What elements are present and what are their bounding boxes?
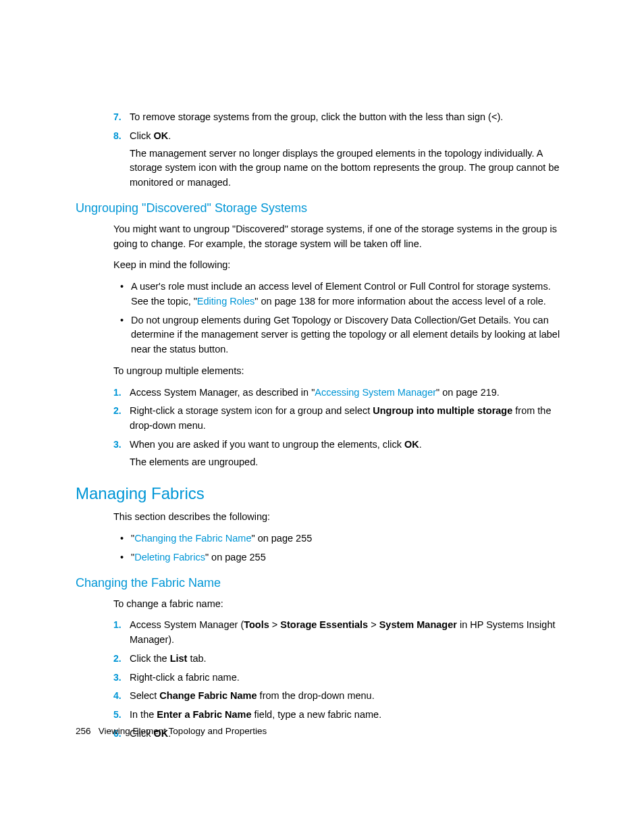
step-4: 4. Select Change Fabric Name from the dr… [113,689,568,704]
bullet-text-b: " on page 255 [251,533,312,544]
bullet-list-fabrics: "Changing the Fabric Name" on page 255 "… [113,531,568,565]
step-number: 2. [113,404,122,418]
link-editing-roles[interactable]: Editing Roles [197,296,254,307]
link-deleting-fabrics[interactable]: Deleting Fabrics [134,552,205,563]
step-number: 8. [113,129,122,143]
bullet-item: Do not ungroup elements during Get Topol… [113,313,568,357]
step-3: 3. Right-click a fabric name. [113,671,568,685]
step-7: 7. To remove storage systems from the gr… [113,110,568,125]
step-paragraph: The elements are ungrouped. [130,455,568,470]
step-1: 1. Access System Manager (Tools > Storag… [113,618,568,648]
step-text-b: field, type a new fabric name. [252,709,382,720]
page-footer: 256 Viewing Element Topology and Propert… [76,726,267,736]
step-list-remove: 7. To remove storage systems from the gr… [113,110,568,190]
step-paragraph: The management server no longer displays… [130,147,568,190]
step-number: 2. [113,652,122,666]
step-number: 3. [113,438,122,452]
step-list-change-fabric: 1. Access System Manager (Tools > Storag… [113,618,568,741]
step-text-b: . [419,439,422,450]
step-text-bold: Ungroup into multiple storage [373,405,512,416]
bullet-text-b: " on page 138 for more information about… [254,296,546,307]
step-text-a: Access System Manager, as described in " [130,387,315,398]
step-number: 7. [113,110,122,124]
step-text: Right-click a fabric name. [130,672,240,683]
step-2: 2. Right-click a storage system icon for… [113,404,568,434]
step-text-bold: OK [153,130,168,141]
step-text-a: When you are asked if you want to ungrou… [130,439,404,450]
content-body: 7. To remove storage systems from the gr… [113,110,568,741]
step-text-bold: Enter a Fabric Name [157,709,251,720]
step-8: 8. Click OK. The management server no lo… [113,129,568,190]
link-changing-fabric-name[interactable]: Changing the Fabric Name [134,533,251,544]
step-number: 1. [113,618,122,632]
bullet-item: A user's role must include an access lev… [113,280,568,309]
step-text-a: In the [130,709,157,720]
step-text-b: tab. [187,653,206,664]
step-number: 1. [113,386,122,400]
link-accessing-system-manager[interactable]: Accessing System Manager [315,387,436,398]
step-bold-tools: Tools [244,619,269,630]
bullet-item: "Changing the Fabric Name" on page 255 [113,531,568,546]
step-1: 1. Access System Manager, as described i… [113,386,568,400]
paragraph: This section describes the following: [113,510,568,525]
step-list-ungroup: 1. Access System Manager, as described i… [113,386,568,470]
heading-ungrouping: Ungrouping "Discovered" Storage Systems [76,201,568,215]
step-text-b: from the drop-down menu. [257,690,375,701]
bullet-item: "Deleting Fabrics" on page 255 [113,550,568,565]
heading-changing-fabric-name: Changing the Fabric Name [76,576,568,590]
bullet-text: Do not ungroup elements during Get Topol… [131,315,560,355]
step-text-c: . [168,130,171,141]
step-text-bold: OK [404,439,419,450]
step-text-a: Select [130,690,159,701]
step-2: 2. Click the List tab. [113,652,568,667]
step-bold-system-manager: System Manager [379,619,457,630]
heading-managing-fabrics: Managing Fabrics [76,484,568,503]
step-text-a: Right-click a storage system icon for a … [130,405,373,416]
paragraph: To change a fabric name: [113,597,568,612]
step-text-bold: List [170,653,188,664]
step-number: 5. [113,708,122,722]
step-number: 4. [113,689,122,703]
paragraph: To ungroup multiple elements: [113,364,568,379]
step-text-a: Click the [130,653,170,664]
step-number: 3. [113,671,122,685]
step-text-a: Access System Manager ( [130,619,244,630]
step-text-a: Click [130,130,153,141]
document-page: 7. To remove storage systems from the gr… [0,0,644,834]
paragraph: You might want to ungroup "Discovered" s… [113,222,568,252]
page-number: 256 [76,726,91,736]
bullet-list-keepinmind: A user's role must include an access lev… [113,280,568,357]
bullet-text-b: " on page 255 [205,552,266,563]
footer-title: Viewing Element Topology and Properties [99,726,267,736]
step-text-b: " on page 219. [436,387,500,398]
step-text-bold: Change Fabric Name [159,690,257,701]
step-gt: > [368,619,379,630]
step-3: 3. When you are asked if you want to ung… [113,438,568,470]
step-5: 5. In the Enter a Fabric Name field, typ… [113,708,568,723]
step-text: To remove storage systems from the group… [130,111,503,122]
step-bold-storage-essentials: Storage Essentials [280,619,368,630]
paragraph: Keep in mind the following: [113,258,568,273]
step-gt: > [269,619,281,630]
